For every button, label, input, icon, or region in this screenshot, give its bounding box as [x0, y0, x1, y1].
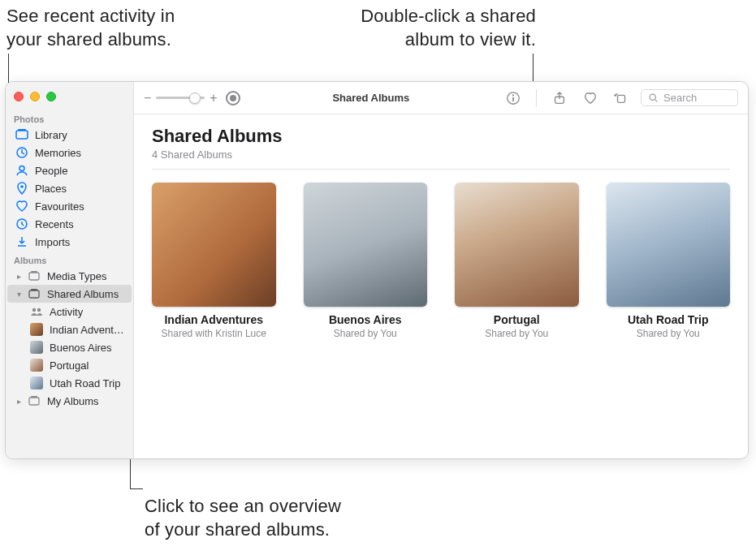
toolbar: − + Shared Albums [134, 82, 748, 114]
sidebar-item-favourites[interactable]: Favourites [7, 197, 132, 215]
album-tile[interactable]: Buenos Aires Shared by You [304, 183, 428, 339]
svg-point-3 [19, 166, 24, 171]
svg-rect-18 [618, 95, 625, 102]
sidebar-item-my-albums[interactable]: ▸ My Albums [7, 392, 132, 410]
album-thumb-icon [30, 359, 43, 372]
search-input[interactable]: Search [641, 89, 738, 106]
album-thumb-icon [30, 323, 43, 336]
favourite-button[interactable] [579, 88, 602, 108]
svg-point-15 [512, 94, 514, 96]
album-meta: Shared with Kristin Luce [152, 328, 276, 339]
sidebar-label: Activity [50, 306, 83, 318]
sidebar-label: Utah Road Trip [50, 377, 120, 389]
sidebar-label: Favourites [35, 200, 84, 213]
slider-track[interactable] [156, 97, 205, 99]
sidebar-label: Buenos Aires [50, 342, 112, 354]
album-thumb-icon [30, 376, 43, 389]
info-button[interactable] [502, 88, 525, 108]
album-title: Buenos Aires [304, 313, 428, 326]
sidebar-item-library[interactable]: Library [7, 126, 132, 144]
svg-point-4 [20, 185, 24, 188]
album-cover [304, 183, 428, 307]
page-subtitle: 4 Shared Albums [152, 148, 730, 161]
sidebar-section-albums: Albums [6, 251, 133, 267]
sidebar-item-memories[interactable]: Memories [7, 144, 132, 161]
chevron-right-icon: ▸ [15, 397, 23, 406]
toolbar-title: Shared Albums [332, 92, 409, 104]
zoom-slider[interactable]: − + [144, 91, 218, 105]
sidebar-section-photos: Photos [6, 110, 133, 126]
zoom-icon[interactable] [46, 92, 56, 101]
shared-album-icon [28, 287, 41, 300]
album-tile[interactable]: Utah Road Trip Shared by You [607, 183, 731, 339]
minimize-icon[interactable] [30, 92, 40, 101]
sidebar-label: Indian Advent… [50, 324, 124, 336]
callout-open-album: Double-click a sharedalbum to view it. [276, 5, 536, 51]
sidebar-item-activity[interactable]: Activity [7, 303, 132, 321]
sidebar-item-shared-albums[interactable]: ▾ Shared Albums [7, 285, 132, 303]
sidebar-label: Library [35, 129, 67, 141]
library-icon [15, 128, 28, 141]
sidebar-item-people[interactable]: People [7, 161, 132, 179]
filter-button[interactable] [226, 91, 240, 105]
callout-overview: Click to see an overviewof your shared a… [145, 495, 404, 541]
share-button[interactable] [548, 88, 571, 108]
album-tile[interactable]: Portugal Shared by You [455, 183, 579, 339]
svg-point-19 [650, 94, 655, 100]
svg-rect-8 [29, 290, 39, 298]
svg-point-10 [32, 308, 36, 312]
clock-icon [15, 217, 28, 230]
album-meta: Shared by You [455, 328, 579, 339]
places-icon [15, 182, 28, 195]
sidebar-label: People [35, 165, 67, 177]
sidebar-label: Places [35, 183, 67, 195]
album-tile[interactable]: Indian Adventures Shared with Kristin Lu… [152, 183, 276, 339]
sidebar-item-shared-child[interactable]: Indian Advent… [7, 321, 132, 338]
search-icon [648, 92, 659, 103]
sidebar-item-shared-child[interactable]: Utah Road Trip [7, 374, 132, 392]
close-icon[interactable] [14, 92, 24, 101]
activity-icon [30, 305, 43, 318]
sidebar-item-shared-child[interactable]: Portugal [7, 356, 132, 374]
sidebar-item-places[interactable]: Places [7, 179, 132, 197]
sidebar-label: My Albums [47, 395, 99, 407]
search-placeholder: Search [663, 92, 697, 104]
album-meta: Shared by You [304, 328, 428, 339]
slider-knob[interactable] [189, 92, 201, 104]
sidebar-label: Media Types [47, 270, 106, 282]
heart-icon [15, 200, 28, 213]
sidebar-item-media-types[interactable]: ▸ Media Types [7, 267, 132, 285]
album-cover [455, 183, 579, 307]
chevron-down-icon: ▾ [15, 290, 23, 299]
sidebar-label: Recents [35, 218, 74, 230]
callout-line [130, 488, 143, 489]
album-cover [607, 183, 731, 307]
rotate-button[interactable] [610, 88, 633, 108]
svg-rect-16 [512, 97, 514, 101]
svg-rect-12 [29, 398, 39, 405]
callout-activity: See recent activity inyour shared albums… [6, 5, 234, 51]
people-icon [15, 164, 28, 177]
photos-window: Photos Library Memories People Places [5, 81, 749, 459]
window-traffic-lights[interactable] [6, 87, 133, 110]
svg-rect-1 [18, 129, 26, 131]
page-title: Shared Albums [152, 126, 730, 147]
sidebar-label: Memories [35, 147, 81, 159]
svg-point-11 [37, 308, 41, 312]
svg-rect-13 [31, 396, 37, 398]
sidebar-item-shared-child[interactable]: Buenos Aires [7, 338, 132, 356]
memories-icon [15, 146, 28, 159]
sidebar-item-imports[interactable]: Imports [7, 233, 132, 251]
album-meta: Shared by You [607, 328, 731, 339]
sidebar-item-recents[interactable]: Recents [7, 215, 132, 233]
album-icon [28, 394, 41, 407]
album-cover [152, 183, 276, 307]
svg-rect-6 [29, 273, 39, 280]
chevron-right-icon: ▸ [15, 272, 23, 281]
divider [152, 169, 730, 170]
svg-rect-9 [31, 289, 37, 290]
sidebar: Photos Library Memories People Places [6, 82, 134, 458]
zoom-plus-icon: + [210, 91, 217, 105]
album-icon [28, 269, 41, 282]
sidebar-label: Portugal [50, 359, 89, 372]
